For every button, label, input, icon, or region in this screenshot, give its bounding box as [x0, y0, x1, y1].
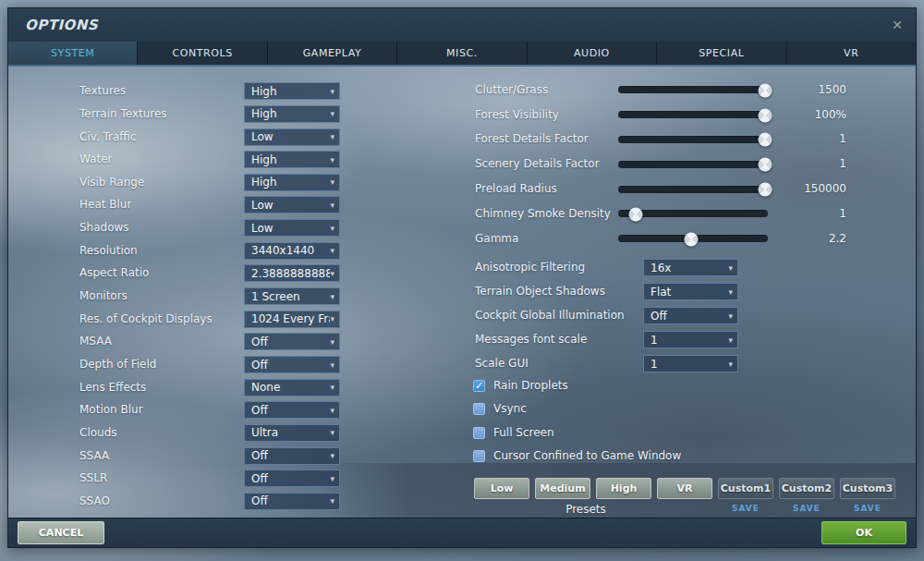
slider-value-gamma: 2.2 [768, 230, 846, 248]
dropdown-ssao[interactable]: Off▾ [244, 493, 340, 510]
slider-label-scenery-details-factor: Scenery Details Factor [475, 155, 600, 173]
dropdown-res-of-cockpit-displays[interactable]: 1024 Every Frame▾ [244, 311, 340, 328]
slider-track-chimney-smoke-density[interactable] [618, 210, 768, 217]
slider-track-forest-details-factor[interactable] [618, 136, 768, 143]
checkbox-cursor-confined-to-game-window[interactable] [473, 450, 485, 462]
dropdown-value: Off [644, 310, 728, 323]
preset-button-custom3[interactable]: Custom3 [840, 478, 895, 499]
slider-track-gamma[interactable] [618, 235, 768, 242]
dropdown-value: Off [245, 359, 330, 372]
dropdown-terrain-textures[interactable]: High▾ [244, 105, 340, 123]
preset-button-custom2[interactable]: Custom2 [779, 478, 834, 499]
slider-value-clutter-grass: 1500 [768, 81, 846, 99]
slider-label-gamma: Gamma [475, 230, 518, 248]
dropdown-water[interactable]: High▾ [244, 151, 340, 168]
setting-label-anisotropic-filtering: Anisotropic Filtering [475, 259, 585, 276]
tab-controls[interactable]: CONTROLS [138, 42, 267, 65]
close-icon[interactable]: ✕ [892, 16, 903, 34]
dropdown-value: Off [245, 335, 330, 348]
dropdown-terrain-object-shadows[interactable]: Flat▾ [643, 283, 738, 300]
dropdown-value: 1 [644, 334, 728, 347]
dropdown-messages-font-scale[interactable]: 1▾ [643, 331, 738, 348]
dropdown-scale-gui[interactable]: 1▾ [643, 355, 738, 372]
check-mark-icon: ✓ [475, 381, 483, 391]
setting-label-visib-range: Visib Range [79, 174, 144, 191]
dropdown-motion-blur[interactable]: Off▾ [244, 401, 340, 419]
content-area: TexturesHigh▾Terrain TexturesHigh▾Civ. T… [8, 67, 916, 518]
slider-label-preload-radius: Preload Radius [475, 180, 557, 198]
tab-vr[interactable]: VR [787, 42, 916, 65]
dropdown-value: Low [245, 199, 330, 212]
dropdown-anisotropic-filtering[interactable]: 16x▾ [643, 259, 738, 276]
dropdown-value: Low [245, 222, 330, 235]
dropdown-shadows[interactable]: Low▾ [244, 219, 340, 237]
footer-bar: CANCEL OK [8, 518, 916, 547]
slider-track-forest-visibility[interactable] [618, 111, 768, 118]
slider-thumb-chimney-smoke-density[interactable] [629, 207, 643, 221]
dropdown-lens-effects[interactable]: None▾ [244, 379, 340, 396]
setting-label-shadows: Shadows [79, 219, 129, 237]
ok-button[interactable]: OK [821, 521, 906, 544]
dropdown-value: Off [245, 494, 330, 507]
tab-system[interactable]: SYSTEM [8, 42, 138, 65]
dropdown-cockpit-global-illumination[interactable]: Off▾ [643, 307, 738, 324]
chevron-down-icon: ▾ [728, 287, 737, 297]
tab-special[interactable]: SPECIAL [657, 42, 786, 65]
dropdown-value: 1 Screen [245, 290, 330, 303]
dropdown-resolution[interactable]: 3440x1440▾ [244, 242, 340, 260]
chevron-down-icon: ▾ [330, 87, 339, 96]
dropdown-monitors[interactable]: 1 Screen▾ [244, 287, 340, 305]
preset-button-vr[interactable]: VR [657, 478, 712, 499]
chevron-down-icon: ▾ [330, 451, 339, 460]
slider-track-clutter-grass[interactable] [618, 86, 768, 93]
dropdown-aspect-ratio[interactable]: 2.3888888888889▾ [244, 264, 340, 282]
setting-label-terrain-object-shadows: Terrain Object Shadows [475, 283, 605, 300]
dropdown-value: High [245, 85, 330, 98]
checkbox-label-rain-droplets: Rain Droplets [493, 377, 568, 395]
dropdown-heat-blur[interactable]: Low▾ [244, 196, 340, 213]
dropdown-textures[interactable]: High▾ [244, 82, 340, 100]
slider-track-preload-radius[interactable] [618, 186, 768, 193]
dropdown-clouds[interactable]: Ultra▾ [244, 424, 340, 442]
preset-button-high[interactable]: High [596, 478, 651, 499]
setting-label-textures: Textures [79, 82, 126, 100]
slider-value-chimney-smoke-density: 1 [768, 205, 846, 223]
preset-button-low[interactable]: Low [474, 478, 529, 499]
checkbox-full-screen[interactable] [473, 427, 485, 439]
cancel-button[interactable]: CANCEL [18, 521, 104, 544]
dropdown-civ-traffic[interactable]: Low▾ [244, 128, 340, 146]
setting-label-clouds: Clouds [79, 424, 117, 442]
chevron-down-icon: ▾ [728, 360, 737, 369]
dropdown-ssaa[interactable]: Off▾ [244, 447, 340, 465]
checkbox-rain-droplets[interactable]: ✓ [473, 380, 485, 392]
dropdown-value: Off [245, 472, 330, 485]
checkbox-label-vsync: Vsync [493, 400, 527, 418]
dropdown-sslr[interactable]: Off▾ [244, 470, 340, 487]
chevron-down-icon: ▾ [330, 360, 339, 370]
setting-label-depth-of-field: Depth of Field [79, 356, 156, 373]
setting-label-scale-gui: Scale GUI [475, 355, 529, 372]
chevron-down-icon: ▾ [330, 155, 339, 165]
chevron-down-icon: ▾ [728, 335, 737, 345]
chevron-down-icon: ▾ [728, 311, 737, 321]
setting-label-cockpit-global-illumination: Cockpit Global Illumination [475, 307, 625, 324]
dropdown-msaa[interactable]: Off▾ [244, 333, 340, 350]
setting-label-msaa: MSAA [79, 333, 112, 350]
dropdown-value: Off [245, 404, 330, 417]
save-link-custom1[interactable]: SAVE [718, 504, 773, 513]
chevron-down-icon: ▾ [330, 383, 339, 392]
preset-button-medium[interactable]: Medium [535, 478, 590, 499]
chevron-down-icon: ▾ [330, 496, 339, 506]
slider-track-scenery-details-factor[interactable] [618, 161, 768, 168]
save-link-custom2[interactable]: SAVE [779, 504, 834, 513]
preset-button-custom1[interactable]: Custom1 [718, 478, 773, 499]
dropdown-depth-of-field[interactable]: Off▾ [244, 356, 340, 373]
tab-gameplay[interactable]: GAMEPLAY [268, 42, 397, 65]
save-link-custom3[interactable]: SAVE [840, 504, 895, 513]
checkbox-vsync[interactable] [473, 403, 485, 415]
tab-misc[interactable]: MISC. [397, 42, 527, 65]
slider-thumb-gamma[interactable] [685, 232, 699, 246]
tab-audio[interactable]: AUDIO [528, 42, 657, 65]
setting-label-sslr: SSLR [79, 470, 107, 487]
dropdown-visib-range[interactable]: High▾ [244, 174, 340, 191]
